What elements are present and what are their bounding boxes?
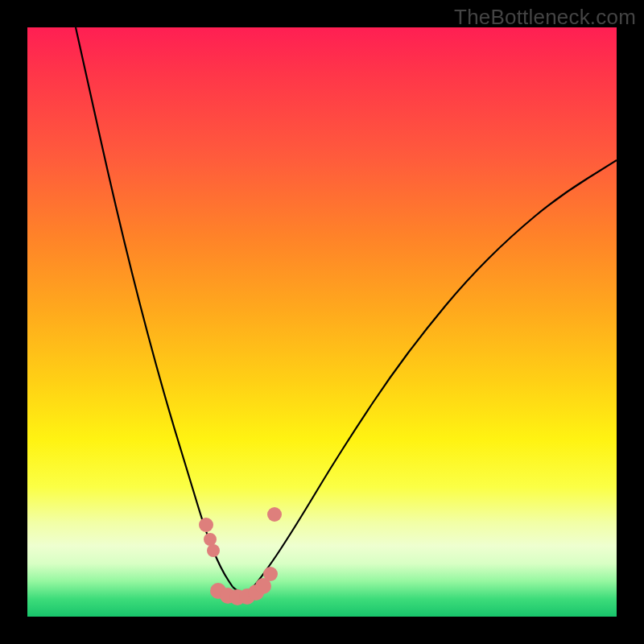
marker-dot	[207, 544, 220, 557]
chart-frame: TheBottleneck.com	[0, 0, 644, 644]
marker-dot	[199, 518, 213, 532]
watermark-text: TheBottleneck.com	[454, 5, 636, 30]
curve-right-branch	[257, 160, 617, 583]
marker-group	[199, 507, 282, 605]
plot-area	[27, 27, 617, 617]
marker-dot	[204, 533, 217, 546]
marker-dot	[263, 567, 278, 581]
marker-dot	[267, 507, 282, 522]
curve-left-branch	[76, 27, 233, 587]
chart-svg	[27, 27, 617, 617]
